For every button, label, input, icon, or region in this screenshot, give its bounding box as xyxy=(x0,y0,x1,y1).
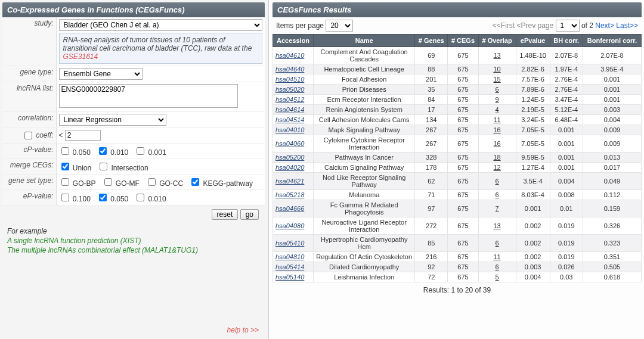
checkbox[interactable] xyxy=(137,147,144,155)
accession-link[interactable]: hsa04640 xyxy=(275,66,304,73)
accession-link[interactable]: hsa05200 xyxy=(275,154,304,161)
overlap-link[interactable]: 18 xyxy=(493,154,500,161)
overlap-link[interactable]: 6 xyxy=(496,263,499,270)
accession-link[interactable]: hsa04614 xyxy=(275,106,304,113)
study-select[interactable]: Bladder (GEO Chen J et al. a) xyxy=(59,19,263,31)
option-go-cc[interactable]: GO-CC xyxy=(145,179,183,188)
option-go-mf[interactable]: GO-MF xyxy=(102,179,140,188)
accession-link[interactable]: hsa04080 xyxy=(275,222,304,229)
checkbox[interactable] xyxy=(61,178,69,186)
accession-link[interactable]: hsa04060 xyxy=(275,140,304,147)
accession-link[interactable]: hsa04810 xyxy=(275,253,304,260)
option-union[interactable]: Union xyxy=(59,164,92,172)
checkbox[interactable] xyxy=(61,163,69,170)
accession-link[interactable]: hsa04610 xyxy=(275,52,304,59)
checkbox[interactable] xyxy=(99,147,107,155)
accession-link[interactable]: hsa05218 xyxy=(275,191,304,198)
overlap-link[interactable]: 15 xyxy=(493,76,500,83)
checkbox[interactable] xyxy=(191,178,199,186)
col--cegs[interactable]: # CEGs xyxy=(448,35,478,47)
checkbox[interactable] xyxy=(104,178,112,186)
example-link-malat1-tug1[interactable]: The multiple lncRNAs combinatorial effec… xyxy=(7,246,260,254)
option-0-001[interactable]: 0.001 xyxy=(134,148,166,157)
col-bh-corr-[interactable]: BH corr. xyxy=(550,35,583,47)
option-0-010[interactable]: 0.010 xyxy=(97,148,128,157)
accession-link[interactable]: hsa05020 xyxy=(275,86,304,93)
results-toolbar: Items per page 20 <<First <Prev page 1 o… xyxy=(273,17,642,34)
accession-link[interactable]: hsa04666 xyxy=(275,205,304,212)
accession-link[interactable]: hsa05414 xyxy=(275,263,304,270)
accession-link[interactable]: hsa04621 xyxy=(275,178,304,185)
option-kegg-pathway[interactable]: KEGG-pathway xyxy=(189,179,253,188)
option-0-010[interactable]: 0.010 xyxy=(134,195,166,203)
option-go-bp[interactable]: GO-BP xyxy=(59,179,96,188)
coeff-operator: < xyxy=(59,131,63,139)
col-epvalue[interactable]: ePvalue xyxy=(516,35,550,47)
accession-link[interactable]: hsa05410 xyxy=(275,240,304,247)
overlap-link[interactable]: 11 xyxy=(493,253,500,260)
col-name[interactable]: Name xyxy=(314,35,415,47)
pathway-name: Melanoma xyxy=(314,190,415,200)
overlap-link[interactable]: 9 xyxy=(496,96,499,103)
overlap-link[interactable]: 11 xyxy=(493,116,500,123)
checkbox[interactable] xyxy=(61,147,69,155)
bonferroni-corr: 0.004 xyxy=(583,115,641,125)
overlap-link[interactable]: 10 xyxy=(493,66,500,73)
geneset-type-options: GO-BP GO-MF GO-CC KEGG-pathway xyxy=(56,175,265,190)
help-link[interactable]: help to >> xyxy=(2,324,265,337)
checkbox[interactable] xyxy=(137,194,144,201)
overlap-link[interactable]: 6 xyxy=(496,86,499,93)
pager-next[interactable]: Next> xyxy=(595,21,614,30)
col--overlap[interactable]: # Overlap xyxy=(478,35,516,47)
coeff-input[interactable] xyxy=(65,130,101,141)
num-genes: 72 xyxy=(415,272,448,282)
option-intersection[interactable]: Intersection xyxy=(97,164,148,172)
overlap-link[interactable]: 5 xyxy=(496,273,499,281)
lncrna-textarea[interactable]: ENSG00000229807 xyxy=(59,84,238,108)
correlation-select[interactable]: Linear Regression xyxy=(59,114,166,126)
accession-link[interactable]: hsa04512 xyxy=(275,96,304,103)
option-0-100[interactable]: 0.100 xyxy=(59,195,91,203)
overlap-link[interactable]: 13 xyxy=(493,52,500,59)
overlap-link[interactable]: 6 xyxy=(496,240,499,247)
bh-corr: 0.019 xyxy=(550,252,583,262)
accession-link[interactable]: hsa04510 xyxy=(275,76,304,83)
option-0-050[interactable]: 0.050 xyxy=(97,195,128,203)
pager-page-select[interactable]: 1 xyxy=(556,20,580,32)
example-link-xist[interactable]: A single lncRNA function prediction (XIS… xyxy=(7,237,260,245)
results-table: AccessionName# Genes# CEGs# OverlapePval… xyxy=(273,34,642,282)
checkbox[interactable] xyxy=(100,163,107,170)
overlap-link[interactable]: 16 xyxy=(493,140,500,147)
bh-corr: 5.12E-4 xyxy=(550,105,583,115)
option-0-050[interactable]: 0.050 xyxy=(59,148,91,157)
col-accession[interactable]: Accession xyxy=(273,35,314,47)
results-footer: Results: 1 to 20 of 39 xyxy=(273,282,642,298)
overlap-link[interactable]: 13 xyxy=(493,222,500,229)
num-genes: 216 xyxy=(415,252,448,262)
col-bonferroni-corr-[interactable]: Bonferroni corr. xyxy=(583,35,641,47)
items-per-page-label: Items per page xyxy=(276,21,324,30)
checkbox[interactable] xyxy=(61,194,69,201)
accession-link[interactable]: hsa04514 xyxy=(275,116,304,123)
overlap-link[interactable]: 4 xyxy=(496,106,499,113)
col--genes[interactable]: # Genes xyxy=(415,35,448,47)
pathway-name: Mapk Signaling Pathway xyxy=(314,125,415,135)
overlap-link[interactable]: 7 xyxy=(496,205,499,212)
overlap-link[interactable]: 6 xyxy=(496,191,499,198)
items-per-page-select[interactable]: 20 xyxy=(326,20,353,32)
right-panel: CEGsFuncs Results Items per page 20 <<Fi… xyxy=(268,0,644,339)
study-geo-link[interactable]: GSE31614 xyxy=(63,52,98,61)
accession-link[interactable]: hsa05140 xyxy=(275,273,304,281)
coeff-enable-checkbox[interactable] xyxy=(24,132,32,139)
overlap-link[interactable]: 12 xyxy=(493,164,500,171)
overlap-link[interactable]: 16 xyxy=(493,126,500,133)
accession-link[interactable]: hsa04010 xyxy=(275,126,304,133)
checkbox[interactable] xyxy=(99,194,107,201)
checkbox[interactable] xyxy=(148,178,156,186)
gene-type-select[interactable]: Ensembl Gene xyxy=(59,68,143,80)
pager-last[interactable]: Last>> xyxy=(616,21,638,30)
go-button[interactable]: go xyxy=(240,209,259,220)
reset-button[interactable]: reset xyxy=(212,209,239,220)
accession-link[interactable]: hsa04020 xyxy=(275,164,304,171)
overlap-link[interactable]: 6 xyxy=(496,178,499,185)
